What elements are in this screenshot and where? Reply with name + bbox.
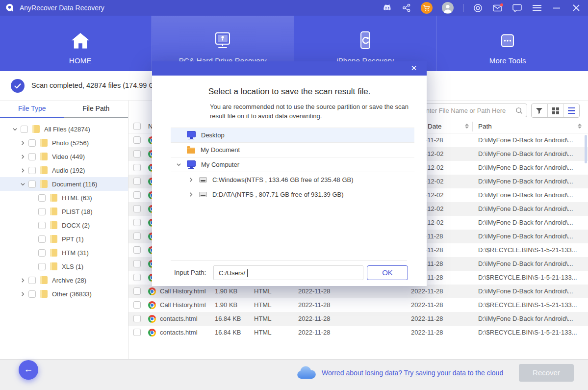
table-row[interactable]: Call History.html1.90 KBHTML2022-11-2820… bbox=[128, 285, 588, 298]
tree-item-document[interactable]: Document (116) bbox=[0, 177, 128, 191]
chevron-right-icon[interactable] bbox=[189, 192, 193, 197]
close-icon[interactable] bbox=[571, 3, 581, 13]
check-circle-icon bbox=[11, 79, 25, 93]
tree-item-plist[interactable]: PLIST (18) bbox=[0, 205, 128, 218]
record-icon[interactable] bbox=[473, 3, 483, 13]
notification-dot bbox=[500, 3, 503, 6]
sort-icon-path[interactable] bbox=[578, 124, 582, 129]
chevron-down-icon[interactable] bbox=[21, 182, 26, 186]
tree-item-ppt[interactable]: PPT (1) bbox=[0, 232, 128, 246]
tree-item-other[interactable]: Other (36833) bbox=[0, 287, 128, 301]
tree-item-xls[interactable]: XLS (1) bbox=[0, 260, 128, 273]
tree-item-html[interactable]: HTML (63) bbox=[0, 191, 128, 205]
tree-item-video[interactable]: Video (449) bbox=[0, 150, 128, 163]
row-checkbox[interactable] bbox=[133, 315, 141, 322]
list-view-icon[interactable] bbox=[563, 104, 579, 117]
nav-tab-home[interactable]: HOME bbox=[9, 16, 152, 71]
discord-icon[interactable] bbox=[382, 3, 392, 13]
cell-date-created: 2022-11-28 bbox=[298, 298, 331, 312]
chevron-right-icon[interactable] bbox=[189, 178, 193, 182]
search-icon[interactable] bbox=[515, 107, 523, 114]
tree-item-checkbox[interactable] bbox=[38, 208, 46, 215]
search-box[interactable] bbox=[417, 104, 527, 117]
row-checkbox[interactable] bbox=[133, 301, 141, 309]
chevron-right-icon[interactable] bbox=[21, 140, 26, 145]
row-checkbox[interactable] bbox=[133, 219, 141, 226]
cell-name: Call History.html bbox=[160, 298, 213, 312]
folder-icon bbox=[40, 139, 48, 147]
minimize-icon[interactable] bbox=[551, 3, 562, 13]
dialog-close-icon[interactable]: ✕ bbox=[409, 63, 419, 73]
tree-item-htm[interactable]: HTM (31) bbox=[0, 246, 128, 260]
tree-item-checkbox[interactable] bbox=[38, 222, 46, 229]
tree-item-checkbox[interactable] bbox=[28, 139, 36, 147]
select-all-checkbox[interactable] bbox=[133, 123, 141, 130]
chevron-right-icon[interactable] bbox=[21, 291, 26, 296]
cloud-backup-link[interactable]: Worred about losing data? Try saving you… bbox=[322, 369, 503, 377]
app-logo-icon bbox=[5, 3, 15, 13]
chevron-down-icon[interactable] bbox=[177, 162, 181, 167]
row-checkbox[interactable] bbox=[133, 233, 141, 240]
row-checkbox[interactable] bbox=[133, 287, 141, 295]
tree-item-checkbox[interactable] bbox=[38, 249, 46, 257]
menu-icon[interactable] bbox=[532, 3, 542, 13]
tree-item-checkbox[interactable] bbox=[28, 167, 36, 174]
tree-item-photo[interactable]: Photo (5256) bbox=[0, 136, 128, 150]
share-icon[interactable] bbox=[401, 3, 411, 13]
nav-tab-more-tools[interactable]: More Tools bbox=[436, 16, 579, 71]
tree-item-checkbox[interactable] bbox=[28, 181, 36, 188]
tree-item-audio[interactable]: Audio (192) bbox=[0, 163, 128, 177]
chat-icon[interactable] bbox=[512, 3, 522, 13]
grid-view-icon[interactable] bbox=[547, 104, 563, 117]
tab-file-path[interactable]: File Path bbox=[64, 101, 128, 118]
location-label: Desktop bbox=[201, 131, 225, 139]
tree-item-checkbox[interactable] bbox=[28, 290, 36, 298]
location-c-windows-ntfs-133-46-gb-free-of-235-48-gb[interactable]: C:Windows(NTFS , 133.46 GB free of 235.4… bbox=[171, 172, 414, 187]
mail-icon[interactable] bbox=[492, 3, 503, 13]
input-path-input[interactable] bbox=[214, 266, 363, 280]
location-my-computer[interactable]: My Computer bbox=[171, 157, 414, 172]
tree-item-all-files[interactable]: All Files (42874) bbox=[0, 122, 128, 136]
location-my-document[interactable]: My Document bbox=[171, 143, 414, 157]
row-checkbox[interactable] bbox=[133, 191, 141, 199]
table-row[interactable]: contacts.html16.84 KBHTML2022-11-282022-… bbox=[128, 326, 588, 339]
row-checkbox[interactable] bbox=[133, 150, 141, 157]
row-checkbox[interactable] bbox=[133, 274, 141, 281]
back-button[interactable]: ← bbox=[19, 360, 38, 380]
recover-button[interactable]: Recover bbox=[519, 364, 574, 382]
row-checkbox[interactable] bbox=[133, 246, 141, 254]
chevron-right-icon[interactable] bbox=[21, 278, 26, 283]
row-checkbox[interactable] bbox=[133, 329, 141, 336]
sort-icon-date[interactable] bbox=[465, 124, 469, 129]
tab-file-type[interactable]: File Type bbox=[0, 101, 64, 118]
filter-icon[interactable] bbox=[532, 104, 547, 117]
tree-item-checkbox[interactable] bbox=[38, 194, 46, 202]
scrollbar-thumb[interactable] bbox=[585, 135, 587, 163]
table-row[interactable]: contacts.html16.84 KBHTML2022-11-282022-… bbox=[128, 312, 588, 326]
account-icon[interactable] bbox=[442, 2, 454, 14]
row-checkbox[interactable] bbox=[133, 164, 141, 171]
ok-button[interactable]: OK bbox=[367, 265, 408, 280]
location-desktop[interactable]: Desktop bbox=[171, 128, 414, 143]
search-input[interactable] bbox=[422, 107, 515, 114]
tree-item-checkbox[interactable] bbox=[38, 235, 46, 243]
row-checkbox[interactable] bbox=[133, 205, 141, 212]
column-header-path[interactable]: Path bbox=[478, 120, 492, 133]
tree-item-checkbox[interactable] bbox=[38, 263, 46, 270]
row-checkbox[interactable] bbox=[133, 260, 141, 267]
tree-item-checkbox[interactable] bbox=[21, 126, 28, 133]
row-checkbox[interactable] bbox=[133, 136, 141, 144]
cart-icon[interactable] bbox=[421, 2, 433, 14]
column-header-date[interactable]: Date bbox=[428, 120, 442, 133]
table-row[interactable]: Call History.html1.90 KBHTML2022-11-2820… bbox=[128, 298, 588, 312]
location-d-data-ntfs-807-71-gb-free-of-931-39-gb[interactable]: D:DATA(NTFS , 807.71 GB free of 931.39 G… bbox=[171, 187, 414, 202]
tree-item-checkbox[interactable] bbox=[28, 277, 36, 284]
tree-item-checkbox[interactable] bbox=[28, 153, 36, 160]
chevron-right-icon[interactable] bbox=[21, 168, 26, 173]
chevron-down-icon[interactable] bbox=[13, 127, 18, 131]
chevron-right-icon[interactable] bbox=[21, 154, 26, 159]
tree-item-archive[interactable]: Archive (28) bbox=[0, 273, 128, 287]
tree-item-docx[interactable]: DOCX (2) bbox=[0, 218, 128, 232]
input-path-field[interactable] bbox=[213, 265, 363, 280]
row-checkbox[interactable] bbox=[133, 178, 141, 185]
